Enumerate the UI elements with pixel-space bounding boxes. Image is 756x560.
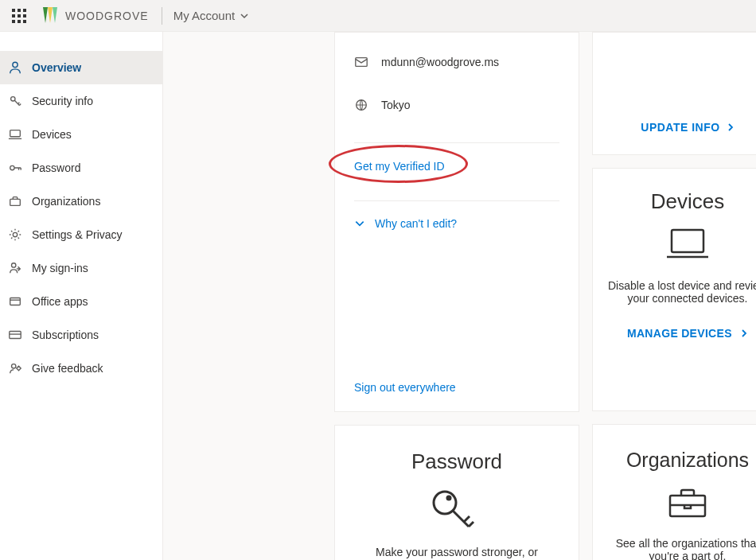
- card-icon: [8, 328, 22, 342]
- profile-email-row: mdunn@woodgrove.ms: [354, 41, 559, 84]
- sidebar-item-security[interactable]: Security info: [0, 84, 162, 118]
- password-card-title: Password: [357, 449, 556, 474]
- sidebar-item-subscriptions[interactable]: Subscriptions: [0, 318, 162, 352]
- svg-point-17: [13, 232, 17, 236]
- svg-marker-9: [43, 7, 48, 23]
- sidebar-item-label: Organizations: [32, 195, 100, 208]
- svg-rect-3: [12, 14, 15, 18]
- profile-location: Tokyo: [381, 99, 411, 111]
- main-content: mdunn@woodgrove.ms Tokyo Get my Verified…: [163, 32, 756, 560]
- svg-rect-4: [18, 14, 21, 18]
- profile-location-row: Tokyo: [354, 84, 559, 126]
- svg-rect-26: [672, 230, 703, 252]
- svg-rect-5: [23, 14, 26, 18]
- sidebar-item-label: Office apps: [32, 295, 88, 308]
- key-icon: [8, 94, 22, 108]
- password-card: Password Make your password stronger, or…: [334, 425, 579, 560]
- sidebar-item-office[interactable]: Office apps: [0, 285, 162, 318]
- sidebar-item-label: Overview: [32, 61, 81, 74]
- org-name: WOODGROVE: [65, 10, 149, 22]
- svg-marker-11: [53, 7, 57, 23]
- devices-card: Devices Disable a lost device and review…: [592, 168, 756, 411]
- organizations-card: Organizations See all the organizations …: [592, 424, 756, 560]
- svg-rect-14: [10, 130, 21, 137]
- svg-point-24: [434, 492, 456, 514]
- org-card-title: Organizations: [607, 449, 756, 472]
- devices-card-title: Devices: [607, 189, 756, 214]
- svg-marker-10: [48, 7, 53, 23]
- password-key-icon: [8, 161, 22, 175]
- sidebar-item-settings[interactable]: Settings & Privacy: [0, 218, 162, 251]
- svg-rect-7: [18, 20, 21, 23]
- profile-email: mdunn@woodgrove.ms: [381, 56, 499, 68]
- sidebar-item-label: Settings & Privacy: [32, 228, 123, 241]
- svg-rect-8: [23, 20, 26, 23]
- app-name-dropdown[interactable]: My Account: [173, 9, 250, 22]
- divider: [354, 200, 559, 201]
- svg-rect-1: [18, 9, 21, 12]
- sidebar-item-label: Security info: [32, 95, 93, 107]
- svg-rect-2: [23, 9, 26, 12]
- feedback-icon: [8, 361, 22, 375]
- laptop-icon: [8, 127, 22, 142]
- briefcase-large-icon: [607, 484, 756, 523]
- get-verified-id-link[interactable]: Get my Verified ID: [354, 160, 445, 173]
- gear-icon: [8, 228, 22, 242]
- chevron-down-icon: [240, 11, 249, 21]
- sidebar: Overview Security info Devices Password …: [0, 32, 163, 560]
- update-info-link[interactable]: UPDATE INFO: [593, 121, 756, 134]
- sidebar-item-feedback[interactable]: Give feedback: [0, 352, 162, 385]
- laptop-large-icon: [607, 227, 756, 265]
- signin-icon: [8, 261, 22, 275]
- svg-point-15: [10, 165, 14, 169]
- org-logo[interactable]: WOODGROVE: [40, 6, 149, 26]
- woodgrove-logo-icon: [40, 6, 62, 26]
- apps-icon: [8, 294, 22, 309]
- chevron-down-icon: [354, 218, 365, 229]
- svg-point-21: [12, 364, 16, 368]
- svg-point-18: [12, 263, 16, 267]
- profile-card: mdunn@woodgrove.ms Tokyo Get my Verified…: [334, 32, 579, 412]
- svg-rect-19: [10, 298, 21, 305]
- sign-out-everywhere-link[interactable]: Sign out everywhere: [354, 381, 456, 394]
- globe-icon: [354, 98, 368, 112]
- svg-rect-6: [12, 20, 15, 23]
- briefcase-icon: [8, 194, 22, 208]
- header-bar: WOODGROVE My Account: [0, 0, 756, 32]
- svg-rect-22: [356, 58, 367, 67]
- sidebar-item-password[interactable]: Password: [0, 151, 162, 185]
- chevron-right-icon: [740, 329, 748, 337]
- why-cant-edit-label: Why can't I edit?: [375, 217, 457, 230]
- app-name-label: My Account: [173, 9, 236, 22]
- svg-point-25: [446, 496, 452, 501]
- manage-devices-link[interactable]: MANAGE DEVICES: [607, 327, 756, 340]
- divider: [354, 142, 559, 143]
- sidebar-item-label: My sign-ins: [32, 262, 88, 274]
- svg-rect-20: [10, 332, 21, 339]
- svg-rect-0: [12, 9, 15, 12]
- sidebar-item-label: Subscriptions: [32, 329, 99, 341]
- key-large-icon: [357, 487, 556, 531]
- devices-card-desc: Disable a lost device and review your co…: [607, 279, 756, 305]
- sidebar-item-label: Password: [32, 161, 80, 174]
- person-icon: [8, 60, 22, 75]
- verified-id-link-wrapper: Get my Verified ID: [354, 159, 445, 173]
- why-cant-edit-expander[interactable]: Why can't I edit?: [354, 217, 559, 230]
- sidebar-item-devices[interactable]: Devices: [0, 118, 162, 151]
- chevron-right-icon: [727, 123, 735, 131]
- sidebar-item-label: Devices: [32, 128, 72, 141]
- svg-rect-16: [10, 199, 21, 205]
- org-card-desc: See all the organizations that you're a …: [607, 537, 756, 560]
- sidebar-item-organizations[interactable]: Organizations: [0, 185, 162, 218]
- update-info-card: UPDATE INFO: [592, 32, 756, 155]
- update-info-label: UPDATE INFO: [641, 121, 719, 134]
- password-card-desc: Make your password stronger, or change i…: [357, 546, 556, 560]
- manage-devices-label: MANAGE DEVICES: [627, 327, 732, 340]
- divider: [162, 7, 162, 25]
- app-launcher-icon[interactable]: [6, 3, 32, 29]
- sidebar-item-label: Give feedback: [32, 362, 103, 375]
- mail-icon: [354, 55, 368, 69]
- sidebar-item-overview[interactable]: Overview: [0, 51, 162, 84]
- svg-point-12: [13, 62, 18, 67]
- sidebar-item-signins[interactable]: My sign-ins: [0, 251, 162, 285]
